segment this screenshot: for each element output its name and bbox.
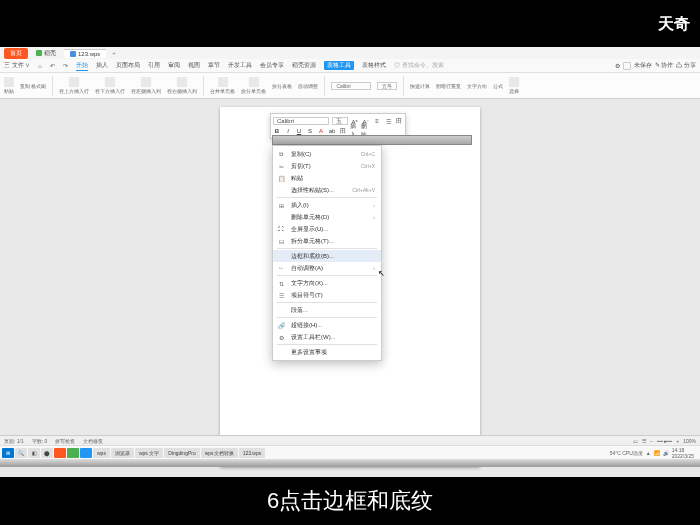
ctx-cut[interactable]: ✂剪切(T)Ctrl+X <box>273 160 381 172</box>
table-selection[interactable] <box>272 135 472 145</box>
ctx-bullets[interactable]: ☰项目符号(T) <box>273 289 381 301</box>
zoom-out-icon[interactable]: − <box>650 438 653 444</box>
zoom-value[interactable]: 100% <box>683 438 696 444</box>
taskbar-item[interactable]: DingdingPro <box>164 448 200 458</box>
strike-button[interactable]: S <box>306 127 314 135</box>
table-style-tab[interactable]: 表格样式 <box>362 61 386 70</box>
ctx-copy[interactable]: ⧉复制(C)Ctrl+C <box>273 148 381 160</box>
ctx-paste-special[interactable]: 选择性粘贴(S)...Ctrl+Alt+V <box>273 184 381 196</box>
split-cells[interactable]: 拆分单元格 <box>241 77 266 94</box>
merge-icon[interactable]: 田 <box>395 117 403 125</box>
status-page[interactable]: 页面: 1/1 <box>4 438 24 444</box>
menu-layout[interactable]: 页面布局 <box>116 61 140 70</box>
menu-start[interactable]: 开始 <box>76 61 88 71</box>
underline-button[interactable]: U <box>295 127 303 135</box>
zoom-slider[interactable]: ━━●━━ <box>657 438 672 444</box>
formula[interactable]: 公式 <box>493 83 503 89</box>
view-icon[interactable]: ☰ <box>642 438 646 444</box>
highlight-button[interactable]: ab <box>328 127 336 135</box>
undo-icon[interactable]: ↶ <box>50 62 55 69</box>
font-color-button[interactable]: A <box>317 127 325 135</box>
header-repeat[interactable]: 明暗行重复 <box>436 83 461 89</box>
mini-insert[interactable]: 插入 <box>350 127 358 135</box>
wifi-icon[interactable]: 📶 <box>654 450 660 456</box>
start-button[interactable]: ⊞ <box>2 448 14 458</box>
taskbar-app[interactable] <box>80 448 92 458</box>
taskbar-item[interactable]: 123.wps <box>239 448 266 458</box>
menu-ref[interactable]: 引用 <box>148 61 160 70</box>
ctx-para[interactable]: 段落... <box>273 304 381 316</box>
taskbar-item[interactable]: wps文档转换 <box>201 448 238 458</box>
status-docfix[interactable]: 文档修复 <box>83 438 103 444</box>
redo-icon[interactable]: ↷ <box>63 62 68 69</box>
ctx-fullscreen[interactable]: ⛶全屏显示(U)... <box>273 223 381 235</box>
list-icon[interactable]: ☰ <box>384 117 392 125</box>
select-tool[interactable]: 选择 <box>509 77 519 94</box>
save-icon[interactable]: ⌂ <box>38 63 42 69</box>
text-dir[interactable]: 文字方向 <box>467 83 487 89</box>
align-icon[interactable]: ≡ <box>373 117 381 125</box>
share-button[interactable]: 凸 分享 <box>676 61 696 70</box>
ctx-insert[interactable]: ⊞插入(I)› <box>273 199 381 211</box>
ctx-autofit[interactable]: ↔自动调整(A)› <box>273 262 381 274</box>
split-table[interactable]: 拆分表格 <box>272 83 292 89</box>
auto-fit[interactable]: 自动调整 <box>298 83 318 89</box>
bold-button[interactable]: B <box>273 127 281 135</box>
copy-format-button[interactable]: 复制 格式刷 <box>20 83 46 89</box>
menu-vip[interactable]: 会员专享 <box>260 61 284 70</box>
size-select[interactable]: 五号 <box>377 82 397 90</box>
italic-button[interactable]: I <box>284 127 292 135</box>
ctx-table-props[interactable]: ⚙设置工具栏(W)... <box>273 331 381 343</box>
ctx-text-dir[interactable]: ⇅文字方向(X)... <box>273 277 381 289</box>
status-words[interactable]: 字数: 0 <box>32 438 48 444</box>
document-area[interactable]: Calibri 五 A⁺ A⁻ ≡ ☰ 田 B I U S A ab 田 插入 <box>0 99 700 477</box>
home-tab[interactable]: 首页 <box>4 48 28 59</box>
menu-chapter[interactable]: 章节 <box>208 61 220 70</box>
zoom-in-icon[interactable]: + <box>676 438 679 444</box>
ctx-border-shading[interactable]: 边框和底纹(B)... <box>273 250 381 262</box>
ctx-hyperlink[interactable]: 🔗超链接(H)... <box>273 319 381 331</box>
task-view-icon[interactable]: ◧ <box>28 448 40 458</box>
taskbar-app[interactable] <box>67 448 79 458</box>
ctx-split[interactable]: ⊟拆分单元格(T)... <box>273 235 381 247</box>
mini-size[interactable]: 五 <box>332 117 348 125</box>
insert-row-above[interactable]: 在上方插入行 <box>59 77 89 94</box>
ctx-more[interactable]: 更多设置事项 <box>273 346 381 358</box>
file-tab[interactable]: 123.wps <box>64 49 106 58</box>
ctx-delete-cell[interactable]: 删除单元格(D)› <box>273 211 381 223</box>
menu-res[interactable]: 稻壳资源 <box>292 61 316 70</box>
menu-insert[interactable]: 插入 <box>96 61 108 70</box>
font-select[interactable]: Calibri <box>331 82 371 90</box>
insert-row-below[interactable]: 在下方插入行 <box>95 77 125 94</box>
search-box[interactable]: ◎ 查找命令、搜索 <box>394 61 444 70</box>
page[interactable]: Calibri 五 A⁺ A⁻ ≡ ☰ 田 B I U S A ab 田 插入 <box>220 107 480 467</box>
status-spell[interactable]: 拼写检查 <box>55 438 75 444</box>
taskbar-app[interactable]: ⬤ <box>41 448 53 458</box>
merge-cells[interactable]: 合并单元格 <box>210 77 235 94</box>
menu-dev[interactable]: 开发工具 <box>228 61 252 70</box>
mini-font[interactable]: Calibri <box>273 117 329 125</box>
taskbar-item[interactable]: wps 文字 <box>135 448 163 458</box>
mini-delete[interactable]: 删除 <box>361 127 369 135</box>
view-icon[interactable]: ▭ <box>633 438 638 444</box>
insert-col-left[interactable]: 在左侧插入列 <box>131 77 161 94</box>
doc-tab[interactable]: 稻壳 <box>30 48 62 59</box>
settings-icon[interactable]: ⚙ <box>615 62 620 69</box>
avatar-icon[interactable] <box>623 62 631 70</box>
new-tab-button[interactable]: + <box>108 50 120 56</box>
menu-view[interactable]: 视图 <box>188 61 200 70</box>
collab-button[interactable]: ✎ 协作 <box>655 61 674 70</box>
taskbar-item[interactable]: 浏览器 <box>111 448 134 458</box>
menu-review[interactable]: 审阅 <box>168 61 180 70</box>
taskbar-app[interactable] <box>54 448 66 458</box>
clock[interactable]: 14:182022/3/25 <box>672 447 694 459</box>
ctx-paste[interactable]: 📋粘贴 <box>273 172 381 184</box>
paste-button[interactable]: 粘贴 <box>4 77 14 94</box>
search-button[interactable]: 🔍 <box>15 448 27 458</box>
volume-icon[interactable]: 🔊 <box>663 450 669 456</box>
weather-widget[interactable]: 54°C CPU温度 <box>610 450 643 456</box>
quick-calc[interactable]: 快速计算 <box>410 83 430 89</box>
file-menu[interactable]: 三 文件 ∨ <box>4 61 30 70</box>
taskbar-item[interactable]: wps <box>93 448 110 458</box>
table-tools-tab[interactable]: 表格工具 <box>324 61 354 70</box>
